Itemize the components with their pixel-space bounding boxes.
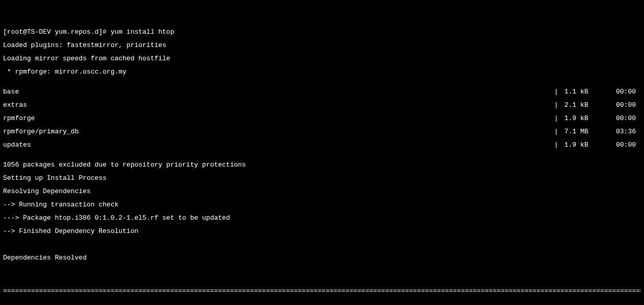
repo-name: rpmforge/primary_db xyxy=(3,128,554,135)
repo-separator: | xyxy=(554,142,564,148)
loading-mirror: Loading mirror speeds from cached hostfi… xyxy=(3,55,641,62)
repo-separator: | xyxy=(554,102,564,108)
rpmforge-mirror: * rpmforge: mirror.oscc.org.my xyxy=(3,68,641,75)
transaction-check: --> Running transaction check xyxy=(3,201,641,208)
repo-time: 00:00 xyxy=(605,88,636,95)
repo-name: base xyxy=(3,88,554,95)
repo-row: rpmforge/primary_db | 7.1 MB 03:36 xyxy=(3,128,641,135)
blank-line xyxy=(3,241,641,248)
repo-size: 7.1 MB xyxy=(564,128,605,135)
repo-separator: | xyxy=(554,88,564,95)
repo-row: updates | 1.9 kB 00:00 xyxy=(3,142,641,148)
resolving-deps: Resolving Dependencies xyxy=(3,188,641,195)
repo-time: 00:00 xyxy=(605,102,636,108)
repo-time: 03:36 xyxy=(605,128,636,135)
prompt-line: [root@TS-DEV yum.repos.d]# yum install h… xyxy=(3,29,641,35)
repo-time: 00:00 xyxy=(605,115,636,122)
repo-size: 2.1 kB xyxy=(564,102,605,108)
repo-time: 00:00 xyxy=(605,142,636,148)
repo-row: extras | 2.1 kB 00:00 xyxy=(3,102,641,108)
repo-name: updates xyxy=(3,142,554,148)
excluded-packages: 1056 packages excluded due to repository… xyxy=(3,161,641,168)
deps-resolved: Dependencies Resolved xyxy=(3,254,641,261)
repo-size: 1.1 kB xyxy=(564,88,605,95)
repo-size: 1.9 kB xyxy=(564,142,605,148)
repo-size: 1.9 kB xyxy=(564,115,605,122)
blank-line xyxy=(3,268,641,274)
divider: ========================================… xyxy=(3,288,641,294)
package-update: ---> Package htop.i386 0:1.0.2-1.el5.rf … xyxy=(3,215,641,221)
repo-row: base | 1.1 kB 00:00 xyxy=(3,88,641,95)
repo-separator: | xyxy=(554,115,564,122)
finished-dep-resolution: --> Finished Dependency Resolution xyxy=(3,228,641,234)
repo-name: rpmforge xyxy=(3,115,554,122)
repo-row: rpmforge | 1.9 kB 00:00 xyxy=(3,115,641,122)
repo-separator: | xyxy=(554,128,564,135)
setup-install: Setting up Install Process xyxy=(3,175,641,181)
loaded-plugins: Loaded plugins: fastestmirror, prioritie… xyxy=(3,42,641,49)
repo-name: extras xyxy=(3,102,554,108)
